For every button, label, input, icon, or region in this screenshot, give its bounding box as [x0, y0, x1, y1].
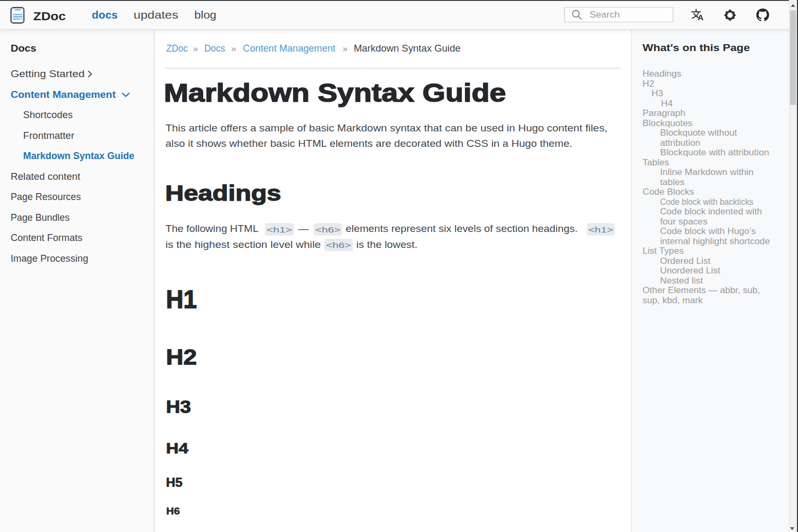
svg-text:Content Management: Content Management — [11, 89, 116, 100]
svg-text:Content Management: Content Management — [243, 43, 336, 54]
svg-text:Inline Markdown within: Inline Markdown within — [660, 167, 754, 177]
svg-text:Paragraph: Paragraph — [643, 108, 686, 118]
svg-text:Page Resources: Page Resources — [11, 192, 81, 202]
svg-text:Image Processing: Image Processing — [11, 253, 88, 264]
svg-text:H1: H1 — [166, 285, 197, 313]
svg-text:Code block indented with: Code block indented with — [660, 206, 762, 216]
svg-text:Blockquote with attribution: Blockquote with attribution — [660, 147, 769, 157]
svg-text:ZDoc: ZDoc — [34, 10, 66, 23]
svg-text:—: — — [298, 223, 309, 234]
svg-text:attribution: attribution — [660, 138, 701, 147]
svg-text:Getting Started: Getting Started — [11, 69, 85, 79]
svg-text:Tables: Tables — [643, 157, 669, 167]
svg-text:H4: H4 — [166, 440, 188, 456]
svg-text:tables: tables — [660, 177, 685, 187]
svg-text:H5: H5 — [166, 476, 182, 489]
svg-text:internal highlight shortcode: internal highlight shortcode — [660, 236, 770, 246]
svg-text:Markdown Syntax Guide: Markdown Syntax Guide — [23, 151, 135, 161]
svg-text:is the highest section level w: is the highest section level while — [165, 239, 321, 250]
svg-text:H4: H4 — [661, 98, 673, 108]
svg-text:The following HTML: The following HTML — [165, 223, 259, 234]
svg-text:H3: H3 — [652, 88, 663, 98]
svg-text:docs: docs — [92, 9, 118, 21]
svg-text:H2: H2 — [166, 345, 197, 369]
svg-text:Content Formats: Content Formats — [11, 232, 82, 243]
svg-text:sup, kbd, mark: sup, kbd, mark — [643, 295, 703, 305]
svg-text:<h1>: <h1> — [588, 225, 613, 234]
svg-text:<h6>: <h6> — [315, 225, 341, 234]
svg-text:Headings: Headings — [643, 69, 681, 78]
svg-text:Related content: Related content — [11, 171, 80, 182]
svg-text:Code block with backticks: Code block with backticks — [660, 197, 753, 206]
svg-text:Frontmatter: Frontmatter — [23, 130, 74, 141]
svg-text:Markdown Syntax Guide: Markdown Syntax Guide — [164, 79, 506, 107]
svg-text:This article offers a sample o: This article offers a sample of basic Ma… — [165, 122, 608, 134]
svg-text:Nested list: Nested list — [660, 276, 703, 285]
svg-text:Headings: Headings — [165, 181, 281, 205]
svg-text:Code block with Hugo’s: Code block with Hugo’s — [660, 226, 756, 236]
svg-text:Unordered List: Unordered List — [660, 265, 721, 275]
svg-text:Page Bundles: Page Bundles — [11, 212, 70, 223]
svg-text:Code Blocks: Code Blocks — [643, 187, 694, 196]
svg-text:ZDoc: ZDoc — [166, 43, 188, 54]
svg-text:<h1>: <h1> — [267, 225, 293, 234]
svg-text:Other Elements — abbr, sub,: Other Elements — abbr, sub, — [643, 285, 760, 295]
svg-text:<h6>: <h6> — [326, 240, 352, 250]
svg-text:updates: updates — [134, 9, 178, 21]
svg-text:is the lowest.: is the lowest. — [356, 239, 418, 250]
svg-text:H3: H3 — [166, 397, 191, 417]
svg-text:Markdown Syntax Guide: Markdown Syntax Guide — [354, 43, 461, 54]
svg-text:Docs: Docs — [204, 43, 225, 54]
svg-text:»: » — [343, 44, 347, 54]
svg-text:also it shows whether basic HT: also it shows whether basic HTML element… — [165, 138, 572, 149]
svg-text:»: » — [193, 44, 198, 54]
svg-text:blog: blog — [194, 9, 217, 21]
svg-text:H2: H2 — [643, 79, 654, 88]
svg-text:Docs: Docs — [11, 43, 36, 54]
svg-text:elements represent six levels: elements represent six levels of section… — [346, 223, 578, 234]
svg-text:»: » — [231, 44, 236, 54]
svg-text:Ordered List: Ordered List — [660, 256, 711, 265]
svg-text:List Types: List Types — [643, 246, 684, 255]
svg-text:Blockquote without: Blockquote without — [660, 128, 737, 137]
svg-text:Search: Search — [589, 10, 620, 20]
svg-text:four spaces: four spaces — [660, 217, 708, 226]
svg-text:What's on this Page: What's on this Page — [643, 42, 750, 53]
svg-text:A: A — [697, 13, 703, 22]
svg-text:Blockquotes: Blockquotes — [643, 118, 693, 128]
svg-text:Shortcodes: Shortcodes — [23, 110, 73, 120]
svg-text:H6: H6 — [167, 505, 180, 517]
